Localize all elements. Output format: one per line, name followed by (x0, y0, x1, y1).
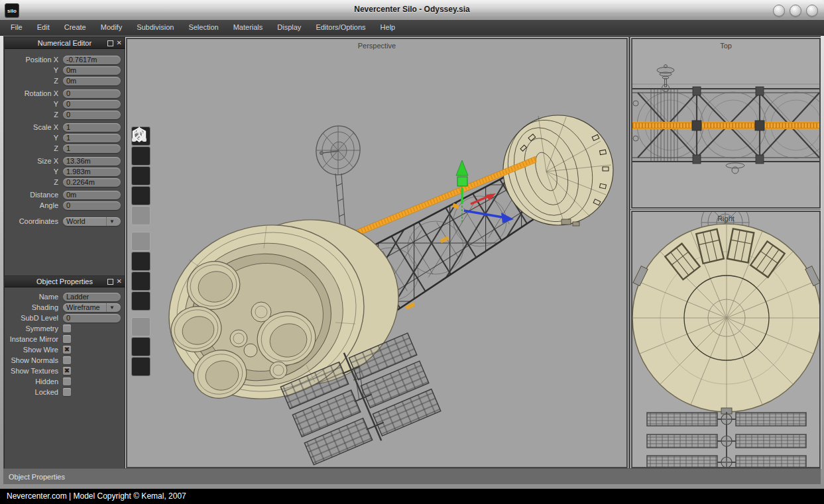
menu-create[interactable]: Create (57, 20, 93, 35)
rotation-z-field[interactable]: 0 (63, 111, 121, 119)
object-mode-button[interactable] (131, 206, 150, 225)
subd-level-field[interactable]: 0 (63, 314, 121, 323)
panel-maximize-icon[interactable] (107, 279, 113, 285)
field-label: Hidden (5, 378, 63, 385)
window-maximize-button[interactable] (790, 5, 801, 17)
field-label: SubD Level (5, 314, 63, 322)
menu-display[interactable]: Display (270, 20, 308, 35)
ladder-top-view[interactable] (632, 121, 819, 130)
workspace: Numerical Editor ✕ Position X-0.7617m Y0… (3, 35, 821, 484)
dropdown-value: Wireframe (66, 303, 106, 312)
shading-dropdown[interactable]: Wireframe ▼ (63, 303, 121, 312)
menu-subdivision[interactable]: Subdivision (129, 20, 181, 35)
size-x-field[interactable]: 13.36m (63, 157, 121, 166)
panel-close-icon[interactable]: ✕ (117, 40, 122, 46)
antenna-top-view (657, 65, 674, 92)
numerical-editor-header[interactable]: Numerical Editor ✕ (5, 38, 125, 49)
field-label: Shading (5, 303, 63, 311)
top-viewport[interactable]: Top (631, 38, 821, 209)
angle-field[interactable]: 0 (63, 201, 121, 210)
size-y-field[interactable]: 1.983m (63, 168, 121, 176)
coordinates-dropdown[interactable]: World ▼ (63, 217, 121, 226)
title-bar[interactable]: silo Nevercenter Silo - Odyssey.sia (0, 0, 824, 21)
menu-edit[interactable]: Edit (30, 20, 57, 35)
field-label: Distance (5, 191, 63, 199)
dropdown-value: World (66, 217, 106, 226)
field-label: Y (5, 168, 63, 176)
object-properties-panel: Object Properties ✕ NameLadder Shading W… (4, 276, 125, 470)
field-label: Show Textures (5, 367, 63, 375)
position-z-field[interactable]: 0m (63, 77, 121, 85)
menu-editors-options[interactable]: Editors/Options (308, 20, 373, 35)
position-y-field[interactable]: 0m (63, 66, 121, 75)
window-buttons (773, 5, 818, 17)
status-text: Object Properties (9, 473, 65, 481)
chevron-down-icon: ▼ (106, 217, 117, 226)
copyright-bar: Nevercenter.com | Model Copyright © Kema… (0, 489, 824, 504)
instance-mirror-checkbox[interactable] (63, 335, 71, 343)
perspective-viewport[interactable]: Perspective (126, 38, 628, 468)
paint-select-button[interactable] (131, 317, 150, 336)
multi-mode-button[interactable] (131, 186, 150, 205)
field-label: Position X (5, 56, 63, 64)
field-label: Z (5, 178, 63, 186)
object-properties-header[interactable]: Object Properties ✕ (5, 276, 125, 287)
scale-y-field[interactable]: 1 (63, 134, 121, 142)
scale-z-field[interactable]: 1 (63, 144, 121, 153)
scale-tool-button[interactable] (131, 272, 150, 291)
menu-selection[interactable]: Selection (181, 20, 225, 35)
edge-mode-button[interactable] (131, 146, 150, 166)
status-bar: Object Properties (3, 468, 821, 484)
window-title: Nevercenter Silo - Odyssey.sia (0, 0, 824, 20)
show-normals-checkbox[interactable] (63, 356, 71, 364)
hidden-checkbox[interactable] (63, 378, 71, 385)
field-label: Size X (5, 157, 63, 165)
sphere-front-view (632, 224, 819, 414)
field-label: Symmetry (5, 325, 63, 332)
size-z-field[interactable]: 0.2264m (63, 178, 121, 187)
show-textures-checkbox[interactable]: ✖ (63, 367, 71, 375)
window-close-button[interactable] (806, 5, 818, 17)
menu-help[interactable]: Help (373, 20, 403, 35)
field-label: Show Normals (5, 356, 63, 364)
solar-arrays-side (647, 412, 806, 467)
rect-select-button[interactable] (131, 337, 150, 356)
menu-bar: File Edit Create Modify Subdivision Sele… (0, 20, 824, 36)
viewport-label-right: Right (632, 215, 819, 223)
field-label: Angle (5, 201, 63, 209)
right-viewport[interactable]: Right (631, 211, 821, 468)
distance-field[interactable]: 0m (63, 191, 121, 199)
right-scene (632, 212, 819, 467)
rotate-tool-button[interactable] (131, 252, 150, 271)
show-wire-checkbox[interactable]: ✖ (63, 346, 71, 354)
universal-manipulator-button[interactable] (131, 291, 150, 311)
face-mode-button[interactable] (131, 166, 150, 185)
field-label: Z (5, 77, 63, 85)
menu-modify[interactable]: Modify (93, 20, 129, 35)
scale-x-field[interactable]: 1 (63, 123, 121, 132)
window-minimize-button[interactable] (773, 5, 785, 17)
lasso-select-button[interactable] (131, 357, 150, 376)
locked-checkbox[interactable] (63, 388, 71, 396)
position-x-field[interactable]: -0.7617m (63, 56, 121, 64)
field-label: Y (5, 100, 63, 108)
field-label: Locked (5, 388, 63, 396)
viewport-label-perspective: Perspective (127, 42, 626, 50)
chevron-down-icon: ▼ (106, 303, 117, 312)
perspective-scene (127, 39, 626, 467)
field-label: Scale X (5, 123, 63, 131)
field-label: Rotation X (5, 89, 63, 97)
name-field[interactable]: Ladder (63, 293, 121, 301)
menu-materials[interactable]: Materials (226, 20, 270, 35)
menu-file[interactable]: File (3, 20, 30, 35)
panel-close-icon[interactable]: ✕ (117, 278, 122, 285)
field-label: Z (5, 111, 63, 119)
panel-maximize-icon[interactable] (107, 40, 113, 46)
rotation-y-field[interactable]: 0 (63, 100, 121, 109)
viewport-label-top: Top (632, 42, 819, 50)
rotation-x-field[interactable]: 0 (63, 89, 121, 98)
move-tool-button[interactable] (131, 232, 150, 251)
symmetry-checkbox[interactable] (63, 325, 71, 332)
tool-column (131, 126, 150, 376)
field-label: Z (5, 144, 63, 152)
